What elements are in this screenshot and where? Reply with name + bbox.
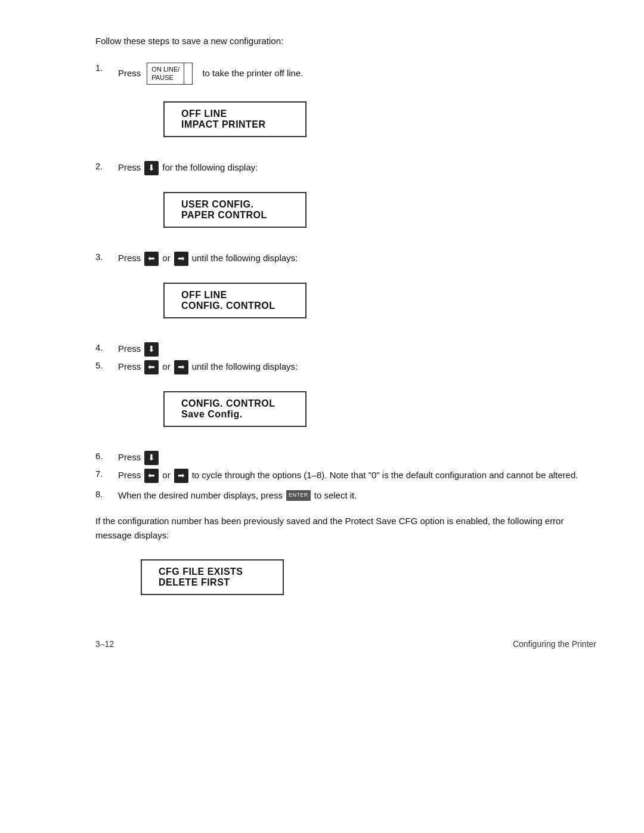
step-2-num: 2.: [95, 161, 118, 171]
step-5-display: CONFIG. CONTROL Save Config.: [141, 383, 596, 435]
right-arrow-icon-3[interactable]: ➡: [174, 252, 188, 266]
user-config-display: USER CONFIG. PAPER CONTROL: [163, 192, 306, 228]
display-line1: OFF LINE: [181, 290, 289, 301]
step-3-display: OFF LINE CONFIG. CONTROL: [141, 274, 596, 327]
config-control-display: CONFIG. CONTROL Save Config.: [163, 391, 306, 427]
left-arrow-icon-7[interactable]: ⬅: [144, 469, 159, 483]
step-5-num: 5.: [95, 360, 118, 370]
display-line1: OFF LINE: [181, 109, 289, 119]
display-line2: CONFIG. CONTROL: [181, 301, 289, 311]
step-1-desc: to take the printer off line.: [202, 67, 303, 80]
offline-impact-display: OFF LINE IMPACT PRINTER: [163, 101, 306, 137]
display-line2: IMPACT PRINTER: [181, 119, 289, 130]
step-6-content: Press ⬇: [118, 451, 596, 465]
online-pause-button[interactable]: ON LINE/ PAUSE: [147, 63, 193, 85]
step-2-desc: for the following display:: [162, 161, 258, 175]
step-4-inline: Press ⬇: [118, 342, 596, 357]
step-3-content: Press ⬅ or ➡ until the following display…: [118, 252, 596, 339]
step-3-or: or: [162, 252, 170, 265]
step-7: 7. Press ⬅ or ➡ to cycle through the opt…: [95, 469, 596, 483]
left-arrow-icon-5[interactable]: ⬅: [144, 360, 159, 374]
step-2-content: Press ⬇ for the following display: USER …: [118, 161, 596, 248]
step-1-press: Press: [118, 67, 141, 80]
display-line1: CONFIG. CONTROL: [181, 398, 289, 409]
down-arrow-icon-4[interactable]: ⬇: [144, 342, 159, 357]
display-line2: Save Config.: [181, 409, 289, 420]
online-label: ON LINE/: [151, 65, 179, 73]
down-arrow-icon-6[interactable]: ⬇: [144, 451, 159, 465]
step-1: 1. Press ON LINE/ PAUSE to take the prin…: [95, 63, 596, 157]
step-4-press: Press: [118, 342, 141, 356]
step-3-inline: Press ⬅ or ➡ until the following display…: [118, 252, 596, 266]
right-arrow-icon-7[interactable]: ➡: [174, 469, 188, 483]
display-line1: USER CONFIG.: [181, 199, 289, 210]
step-5-inline: Press ⬅ or ➡ until the following display…: [118, 360, 596, 374]
intro-text: Follow these steps to save a new configu…: [95, 36, 596, 46]
step-6-num: 6.: [95, 451, 118, 461]
page-number: 3–12: [95, 639, 114, 649]
step-4-content: Press ⬇: [118, 342, 596, 357]
left-arrow-icon-3[interactable]: ⬅: [144, 252, 159, 266]
step-8-when: When the desired number displays, press: [118, 489, 283, 503]
cfg-error-display: CFG FILE EXISTS DELETE FIRST: [141, 559, 284, 595]
step-3-press: Press: [118, 252, 141, 265]
step-5-content: Press ⬅ or ➡ until the following display…: [118, 360, 596, 447]
step-8-select: to select it.: [314, 489, 357, 503]
step-8-inline: When the desired number displays, press …: [118, 489, 596, 503]
step-3-desc: until the following displays:: [192, 252, 298, 265]
page-footer: 3–12 Configuring the Printer: [95, 639, 596, 649]
footer-right-text: Configuring the Printer: [513, 639, 596, 649]
offline-config-display: OFF LINE CONFIG. CONTROL: [163, 283, 306, 318]
step-3-num: 3.: [95, 252, 118, 262]
step-5-desc: until the following displays:: [192, 360, 298, 374]
step-8: 8. When the desired number displays, pre…: [95, 489, 596, 503]
step-8-content: When the desired number displays, press …: [118, 489, 596, 503]
step-6: 6. Press ⬇: [95, 451, 596, 465]
enter-button[interactable]: ENTER: [286, 490, 311, 501]
step-2-display: USER CONFIG. PAPER CONTROL: [141, 184, 596, 236]
step-7-or: or: [162, 469, 170, 482]
step-2: 2. Press ⬇ for the following display: US…: [95, 161, 596, 248]
step-1-display: OFF LINE IMPACT PRINTER: [141, 93, 596, 145]
step-2-press: Press: [118, 161, 141, 175]
down-arrow-icon-2[interactable]: ⬇: [144, 161, 159, 175]
step-7-inline: Press ⬅ or ➡ to cycle through the option…: [118, 469, 596, 483]
step-8-num: 8.: [95, 489, 118, 499]
step-4-num: 4.: [95, 342, 118, 352]
step-5-press: Press: [118, 360, 141, 374]
step-6-press: Press: [118, 451, 141, 465]
step-7-content: Press ⬅ or ➡ to cycle through the option…: [118, 469, 596, 483]
step-1-num: 1.: [95, 63, 118, 73]
step-1-content: Press ON LINE/ PAUSE to take the printer…: [118, 63, 596, 157]
step-7-desc: to cycle through the options (1–8). Note…: [192, 469, 578, 482]
step-7-num: 7.: [95, 469, 118, 479]
step-5-or: or: [162, 360, 170, 374]
pause-label: PAUSE: [151, 73, 179, 82]
step-7-press: Press: [118, 469, 141, 482]
para1-text: If the configuration number has been pre…: [95, 514, 596, 543]
step-5: 5. Press ⬅ or ➡ until the following disp…: [95, 360, 596, 447]
error-line2: DELETE FIRST: [159, 577, 266, 588]
error-line1: CFG FILE EXISTS: [159, 566, 266, 577]
error-display-wrap: CFG FILE EXISTS DELETE FIRST: [118, 551, 596, 603]
step-4: 4. Press ⬇: [95, 342, 596, 357]
step-1-inline: Press ON LINE/ PAUSE to take the printer…: [118, 63, 596, 85]
right-arrow-icon-5[interactable]: ➡: [174, 360, 188, 374]
step-2-inline: Press ⬇ for the following display:: [118, 161, 596, 175]
step-6-inline: Press ⬇: [118, 451, 596, 465]
step-3: 3. Press ⬅ or ➡ until the following disp…: [95, 252, 596, 339]
display-line2: PAPER CONTROL: [181, 210, 289, 221]
